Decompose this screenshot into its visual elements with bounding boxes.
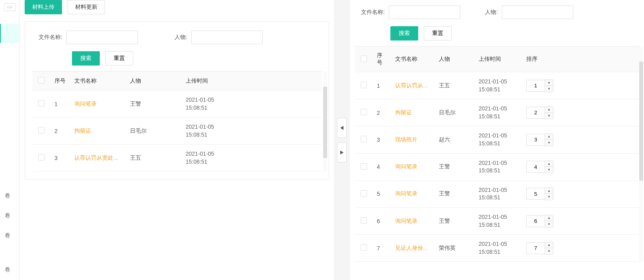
- sort-input[interactable]: [526, 188, 545, 200]
- col-person: 人物: [126, 71, 182, 91]
- doc-link[interactable]: 认罪认罚从...: [395, 82, 428, 89]
- left-button-row: 搜索 重置: [72, 51, 322, 66]
- filename-label-right: 文件名称:: [355, 9, 385, 16]
- reset-button-right[interactable]: 重置: [424, 26, 452, 41]
- doc-link[interactable]: 认罪认罚从宽处...: [74, 154, 118, 161]
- cell-person: 王警: [435, 207, 475, 234]
- cell-person: 王警: [435, 180, 475, 207]
- cell-seq: 4: [373, 153, 391, 180]
- sort-input[interactable]: [526, 80, 545, 92]
- table-row: 4询问笔录王警2021-01-0515:08:51▲▼: [355, 153, 639, 180]
- right-scrollbar-thumb[interactable]: [639, 62, 643, 181]
- filename-input-right[interactable]: [389, 6, 460, 19]
- tab-upload[interactable]: 材料上传: [25, 0, 62, 14]
- row-checkbox[interactable]: [361, 217, 367, 224]
- row-checkbox[interactable]: [361, 190, 367, 197]
- spinner-down-icon[interactable]: ▼: [545, 221, 553, 227]
- sidebar-partial: GIF 卷 卷 卷 卷: [0, 0, 20, 280]
- move-right-button[interactable]: [337, 143, 347, 162]
- sort-input[interactable]: [526, 161, 545, 173]
- person-input[interactable]: [191, 31, 263, 44]
- sidebar-item-fragment-1[interactable]: 卷: [5, 192, 10, 199]
- doc-link[interactable]: 询问笔录: [74, 100, 97, 107]
- col-time-r: 上传时间: [475, 46, 522, 72]
- sort-input[interactable]: [526, 215, 545, 227]
- cell-person: 王警: [435, 153, 475, 180]
- spinner-down-icon[interactable]: ▼: [545, 194, 553, 200]
- sidebar-item-fragment-3[interactable]: 卷: [5, 232, 10, 239]
- col-time: 上传时间: [182, 71, 322, 91]
- sidebar-item-fragment-2[interactable]: 卷: [5, 212, 10, 219]
- filename-input[interactable]: [66, 31, 138, 44]
- person-label-right: 人物:: [480, 9, 498, 16]
- table-row: 2拘留证日毛尔2021-01-0515:08:51▲▼: [355, 99, 639, 126]
- row-checkbox[interactable]: [361, 244, 367, 251]
- row-checkbox[interactable]: [38, 127, 45, 133]
- doc-link[interactable]: 询问笔录: [395, 218, 417, 224]
- cell-time: 2021-01-0515:08:51: [182, 145, 322, 172]
- cell-seq: 3: [373, 126, 391, 153]
- right-scrollbar-track[interactable]: [639, 46, 643, 262]
- search-button[interactable]: 搜索: [72, 51, 100, 66]
- gif-badge: GIF: [4, 3, 16, 11]
- person-input-right[interactable]: [502, 6, 573, 19]
- row-checkbox[interactable]: [361, 163, 367, 170]
- sort-input[interactable]: [526, 107, 545, 119]
- spinner-up-icon[interactable]: ▲: [545, 242, 553, 248]
- cell-time: 2021-01-0515:08:51: [475, 126, 522, 153]
- doc-link[interactable]: 询问笔录: [395, 190, 417, 197]
- spinner-up-icon[interactable]: ▲: [545, 161, 553, 167]
- cell-person: 荣伟英: [435, 235, 475, 262]
- spinner-down-icon[interactable]: ▼: [545, 248, 553, 254]
- cell-time: 2021-01-0515:08:51: [475, 153, 522, 180]
- doc-link[interactable]: 拘留证: [395, 109, 412, 116]
- spinner-up-icon[interactable]: ▲: [545, 134, 553, 140]
- right-panel: 文件名称: 人物: 搜索 重置 序号 文书名称 人物 上传时: [350, 0, 644, 280]
- spinner-down-icon[interactable]: ▼: [545, 167, 553, 173]
- col-doc-r: 文书名称: [391, 46, 435, 72]
- right-table-wrap: 序号 文书名称 人物 上传时间 排序 1认罪认罚从...王五2021-01-05…: [355, 46, 639, 262]
- cell-person: 日毛尔: [435, 99, 475, 126]
- triangle-right-icon: [340, 151, 343, 154]
- right-button-row: 搜索 重置: [390, 26, 639, 41]
- doc-link[interactable]: 询问笔录: [395, 163, 417, 170]
- row-checkbox[interactable]: [38, 154, 45, 160]
- tab-update[interactable]: 材料更新: [68, 0, 105, 14]
- cell-time: 2021-01-0515:08:51: [475, 99, 522, 126]
- cell-time: 2021-01-0515:08:51: [475, 180, 522, 207]
- left-scrollbar-track[interactable]: [323, 71, 327, 172]
- doc-link[interactable]: 现场照片: [395, 136, 417, 143]
- right-table: 序号 文书名称 人物 上传时间 排序 1认罪认罚从...王五2021-01-05…: [355, 46, 639, 262]
- doc-link[interactable]: 见证人身份...: [395, 245, 428, 251]
- row-checkbox[interactable]: [361, 136, 367, 142]
- col-doc: 文书名称: [70, 71, 126, 91]
- spinner-down-icon[interactable]: ▼: [545, 140, 553, 146]
- svg-marker-1: [340, 151, 343, 154]
- cell-person: 赵六: [435, 126, 475, 153]
- spinner-up-icon[interactable]: ▲: [545, 215, 553, 221]
- reset-button[interactable]: 重置: [105, 51, 133, 66]
- spinner-down-icon[interactable]: ▼: [545, 86, 553, 92]
- spinner-up-icon[interactable]: ▲: [545, 188, 553, 194]
- left-select-all-checkbox[interactable]: [38, 77, 45, 83]
- doc-link[interactable]: 拘留证: [74, 127, 91, 134]
- row-checkbox[interactable]: [361, 109, 367, 115]
- move-left-button[interactable]: [337, 118, 347, 138]
- spinner-down-icon[interactable]: ▼: [545, 113, 553, 119]
- row-checkbox[interactable]: [361, 82, 367, 88]
- col-seq: 序号: [50, 71, 70, 91]
- right-select-all-checkbox[interactable]: [361, 56, 367, 62]
- search-button-right[interactable]: 搜索: [390, 26, 418, 41]
- sort-stepper: ▲▼: [526, 187, 635, 200]
- left-scrollbar-thumb[interactable]: [323, 87, 327, 158]
- spinner-up-icon[interactable]: ▲: [545, 80, 553, 86]
- cell-seq: 2: [373, 99, 391, 126]
- spinner-up-icon[interactable]: ▲: [545, 107, 553, 113]
- left-filter-row: 文件名称: 人物:: [32, 31, 322, 44]
- sort-input[interactable]: [526, 134, 545, 146]
- table-row: 2拘留证日毛尔2021-01-0515:08:51: [32, 118, 322, 145]
- sidebar-item-fragment-4[interactable]: 卷: [5, 266, 10, 273]
- sort-input[interactable]: [526, 242, 545, 254]
- row-checkbox[interactable]: [38, 100, 45, 106]
- triangle-left-icon: [340, 126, 343, 130]
